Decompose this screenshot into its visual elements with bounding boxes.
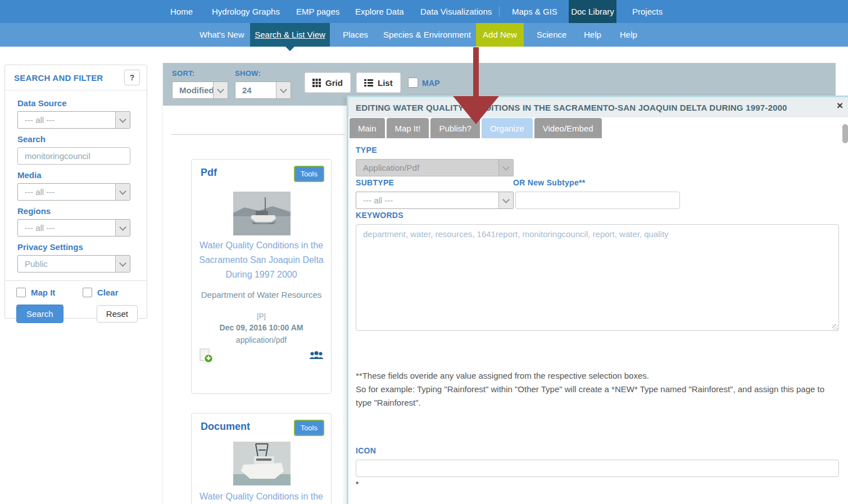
reset-button[interactable]: Reset [97, 305, 138, 323]
nav-projects[interactable]: Projects [632, 0, 663, 23]
tab-map-it[interactable]: Map It! [387, 118, 429, 138]
document-date: Dec 09, 2016 10:00 AM [197, 323, 325, 332]
panel-footer: Map It Clear Search Reset [5, 280, 147, 323]
help-button[interactable]: ? [124, 70, 140, 85]
icon-input[interactable] [356, 460, 839, 477]
regions-select[interactable]: --- all --- [17, 219, 130, 237]
result-card-pdf: Pdf Tools Water Quality Conditions in th… [191, 159, 332, 394]
nav-search-list-view[interactable]: Search & List View [250, 23, 330, 47]
nav-data-visualizations[interactable]: Data Visualizations [420, 0, 492, 23]
boat-photo [233, 442, 291, 485]
chevron-down-icon [115, 112, 130, 128]
annotation-arrow-head [453, 96, 499, 124]
type-value: Application/Pdf [356, 163, 498, 172]
show-value: 24 [235, 85, 276, 95]
document-thumbnail[interactable] [233, 192, 291, 235]
nav-explore-data[interactable]: Explore Data [355, 0, 404, 23]
show-select[interactable]: 24 [235, 81, 291, 99]
privacy-settings-select[interactable]: Public [17, 255, 130, 273]
keywords-label: KEYWORDS [356, 211, 403, 220]
data-source-value: --- all --- [18, 115, 115, 125]
grid-icon [312, 79, 321, 87]
regions-label: Regions [17, 206, 147, 216]
nav-doc-library[interactable]: Doc Library [569, 0, 616, 23]
chevron-down-icon [498, 160, 513, 176]
modal-header: EDITING WATER QUALITY CONDITIONS IN THE … [348, 97, 848, 117]
nav-hydrology-graphs[interactable]: Hydrology Graphs [212, 0, 280, 23]
document-title-link[interactable]: Water Quality Conditions in the [197, 489, 325, 504]
nav-separator [499, 6, 500, 17]
privacy-settings-value: Public [18, 259, 115, 269]
override-note-line2: So for example: Typing "Rainforest" with… [356, 383, 839, 410]
map-checkbox[interactable] [408, 78, 418, 88]
icon-label: ICON [356, 446, 376, 455]
page: Home Hydrology Graphs EMP pages Explore … [0, 0, 848, 504]
download-icon[interactable] [199, 348, 213, 365]
card-type-label: Document [201, 421, 250, 433]
document-thumbnail[interactable] [233, 442, 291, 485]
nav-home[interactable]: Home [170, 0, 193, 23]
media-select[interactable]: --- all --- [17, 183, 130, 201]
boat-photo [233, 192, 291, 235]
map-it-label: Map It [31, 288, 55, 297]
map-it-checkbox[interactable] [16, 288, 26, 297]
results-divider [171, 134, 345, 135]
subtype-select[interactable]: --- all --- [356, 192, 514, 209]
tab-video-embed[interactable]: Video/Embed [534, 118, 602, 138]
nav-maps-gis[interactable]: Maps & GIS [512, 0, 557, 23]
primary-nav: Home Hydrology Graphs EMP pages Explore … [0, 0, 848, 23]
list-button-label: List [378, 78, 393, 88]
subtype-value: --- all --- [356, 196, 498, 205]
nav-add-new[interactable]: Add New [476, 23, 524, 47]
new-subtype-input[interactable] [515, 192, 680, 209]
data-source-label: Data Source [17, 98, 147, 108]
type-label: TYPE [356, 146, 377, 155]
group-users-icon[interactable] [309, 351, 324, 362]
clear-checkbox[interactable] [83, 288, 92, 297]
secondary-nav: What's New Search & List View Places Spe… [0, 23, 848, 47]
privacy-settings-label: Privacy Settings [17, 242, 147, 252]
search-label: Search [17, 134, 147, 144]
document-title-link[interactable]: Water Quality Conditions in the Sacramen… [197, 238, 325, 282]
search-filter-panel: SEARCH AND FILTER ? Data Source --- all … [4, 65, 147, 319]
filter-fields: Data Source --- all --- Search Media ---… [5, 90, 147, 273]
chevron-down-icon [213, 82, 228, 98]
tools-button[interactable]: Tools [294, 166, 324, 182]
nav-emp-pages[interactable]: EMP pages [296, 0, 339, 23]
scrollbar-thumb[interactable] [842, 124, 848, 143]
nav-help-1[interactable]: Help [584, 23, 601, 47]
nav-places[interactable]: Places [343, 23, 368, 47]
search-input[interactable] [17, 147, 130, 165]
modal-title: EDITING WATER QUALITY CONDITIONS IN THE … [356, 103, 787, 112]
new-subtype-label: OR New Subtype** [513, 178, 586, 187]
search-button[interactable]: Search [16, 305, 64, 323]
sort-select[interactable]: Modified [172, 81, 228, 99]
chevron-down-icon [115, 220, 130, 236]
tab-main[interactable]: Main [350, 118, 385, 138]
type-select: Application/Pdf [356, 159, 514, 176]
keywords-textarea[interactable]: department, water, resources, 1641report… [356, 224, 839, 331]
editing-modal: EDITING WATER QUALITY CONDITIONS IN THE … [347, 96, 848, 504]
annotation-arrow-shaft [473, 47, 479, 97]
required-marker: * [356, 480, 359, 488]
nav-science[interactable]: Science [537, 23, 566, 47]
data-source-select[interactable]: --- all --- [17, 111, 130, 129]
content-left-border [162, 63, 162, 504]
tools-button[interactable]: Tools [294, 420, 324, 436]
panel-title: SEARCH AND FILTER [14, 73, 103, 83]
privacy-flag: [P] [197, 312, 325, 320]
close-icon[interactable]: × [837, 99, 843, 112]
grid-view-button[interactable]: Grid [305, 72, 351, 93]
card-type-label: Pdf [201, 167, 217, 179]
media-value: --- all --- [18, 187, 115, 197]
nav-search-list-view-label: Search & List View [255, 30, 325, 39]
nav-whats-new[interactable]: What's New [199, 23, 244, 47]
subtype-label: SUBTYPE [356, 178, 394, 187]
grid-button-label: Grid [325, 78, 343, 88]
chevron-down-icon [115, 184, 130, 200]
list-view-button[interactable]: List [356, 72, 401, 93]
resize-grip-icon[interactable] [832, 324, 838, 330]
nav-species-environment[interactable]: Species & Environment [383, 23, 471, 47]
active-tab-caret [285, 47, 294, 51]
nav-help-2[interactable]: Help [620, 23, 637, 47]
